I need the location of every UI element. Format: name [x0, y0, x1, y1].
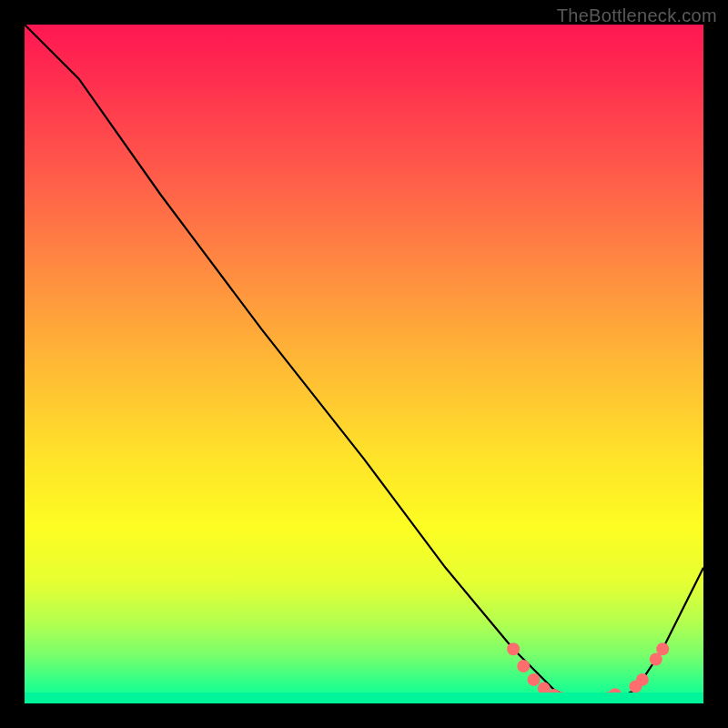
chart-baseline-band: [25, 693, 703, 703]
chart-data-point: [507, 642, 520, 655]
watermark-text: TheBottleneck.com: [557, 5, 717, 26]
chart-data-point: [656, 642, 669, 655]
chart-curve: [25, 25, 703, 703]
chart-data-point: [636, 673, 649, 686]
chart-data-point: [528, 673, 541, 686]
chart-data-point: [517, 660, 530, 672]
chart-plot-area: [25, 25, 703, 703]
